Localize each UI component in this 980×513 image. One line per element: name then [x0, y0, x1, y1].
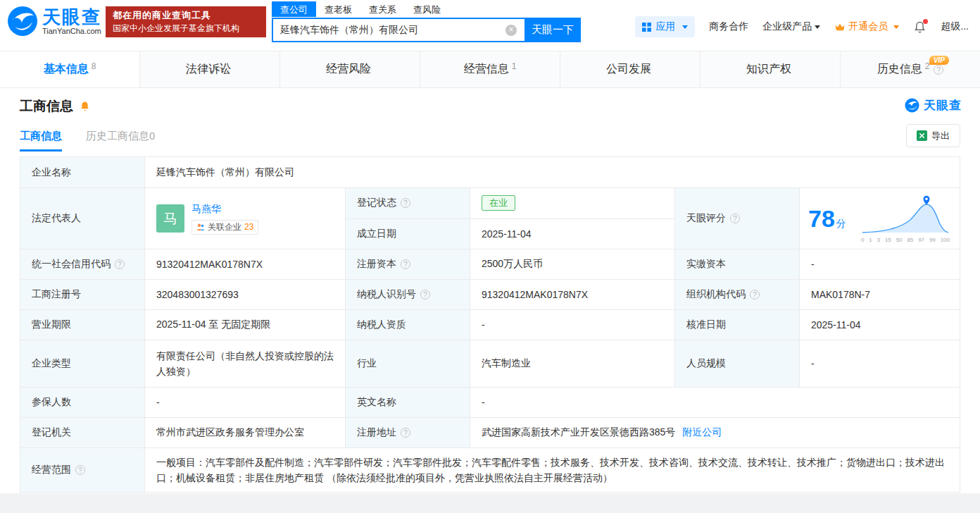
- search-tab-company[interactable]: 查公司: [272, 1, 316, 17]
- table-row: 统一社会信用代码 91320412MAK0178N7X 注册资本 2500万人民…: [20, 249, 960, 280]
- table-row: 登记机关 常州市武进区政务服务管理办公室 注册地址 武进国家高新技术产业开发区景…: [20, 418, 960, 448]
- help-icon[interactable]: [420, 290, 430, 299]
- caret-down-icon: [815, 25, 820, 29]
- paid-capital-label: 实缴资本: [675, 249, 800, 280]
- header: 天眼查 TianYanCha.com 都在用的商业查询工具 国家中小企业发展子基…: [0, 0, 980, 44]
- notification-bell[interactable]: [913, 20, 926, 34]
- brand-name: 天眼查: [42, 7, 101, 27]
- table-row: 经营范围 一般项目：汽车零部件及配件制造；汽车零部件研发；汽车零部件批发；汽车零…: [20, 448, 960, 492]
- related-count: 23: [244, 222, 253, 232]
- help-icon[interactable]: [934, 65, 943, 75]
- notification-dot: [923, 19, 928, 24]
- subtab-history-business-info[interactable]: 历史工商信息0: [86, 130, 155, 152]
- help-icon[interactable]: [115, 259, 125, 269]
- vip-badge: VIP: [929, 56, 949, 65]
- brand-domain: TianYanCha.com: [42, 27, 101, 35]
- search-tab-relation[interactable]: 查关系: [360, 1, 405, 17]
- section-header: 工商信息: [20, 97, 91, 116]
- taxpayer-quality-value: -: [470, 310, 675, 340]
- status-date-block: 登记状态 在业 成立日期 2025-11-04: [346, 188, 675, 249]
- taxpayer-quality-label: 纳税人资质: [346, 310, 470, 340]
- tab-operation-info[interactable]: 经营信息1: [420, 51, 560, 87]
- legal-rep-name-link[interactable]: 马燕华: [191, 203, 258, 216]
- tab-history-info[interactable]: VIP 历史信息2: [841, 51, 980, 87]
- search-tabs: 查公司 查老板 查关系 查风险: [272, 1, 581, 17]
- paid-capital-value: -: [800, 249, 960, 280]
- export-button[interactable]: 导出: [906, 124, 960, 147]
- app-grid-icon: [642, 23, 651, 32]
- tianyancha-logo[interactable]: 天眼查 TianYanCha.com: [7, 6, 101, 37]
- approval-date-value: 2025-11-04: [800, 310, 960, 340]
- reg-authority-value: 常州市武进区政务服务管理办公室: [145, 418, 346, 448]
- table-row: 企业类型 有限责任公司（非自然人投资或控股的法人独资） 行业 汽车制造业 人员规…: [20, 340, 960, 388]
- logo-icon: [905, 98, 919, 113]
- business-term-value: 2025-11-04 至 无固定期限: [145, 310, 346, 340]
- business-info-table: 企业名称 延锋汽车饰件（常州）有限公司 法定代表人 马 马燕华 关联企业 23: [20, 156, 960, 493]
- legal-rep-label: 法定代表人: [20, 188, 145, 249]
- reg-status-value: 在业: [470, 188, 674, 218]
- slogan-line1: 都在用的商业查询工具: [113, 8, 259, 22]
- table-row: 工商注册号 320483001327693 纳税人识别号 91320412MAK…: [20, 280, 960, 310]
- reg-status-label: 登记状态: [346, 188, 470, 218]
- company-type-value: 有限责任公司（非自然人投资或控股的法人独资）: [145, 340, 346, 388]
- legal-rep-avatar[interactable]: 马: [156, 204, 184, 233]
- page: 天眼查 TianYanCha.com 都在用的商业查询工具 国家中小企业发展子基…: [0, 0, 980, 513]
- company-tabs: 基本信息8 法律诉讼 经营风险 经营信息1 公司发展 知识产权 VIP 历史信息…: [0, 51, 980, 88]
- search-area: 查公司 查老板 查关系 查风险 天眼一下: [272, 1, 581, 42]
- score-label: 天眼评分: [675, 188, 800, 249]
- help-icon[interactable]: [401, 198, 410, 208]
- app-label: 应用: [655, 20, 675, 33]
- tab-legal-proceedings[interactable]: 法律诉讼: [140, 51, 280, 87]
- subtab-business-info[interactable]: 工商信息: [20, 130, 62, 152]
- company-name-value: 延锋汽车饰件（常州）有限公司: [145, 157, 960, 188]
- search-input[interactable]: [272, 18, 524, 42]
- alert-bell-icon[interactable]: [79, 101, 91, 113]
- tab-operation-risk[interactable]: 经营风险: [280, 51, 420, 87]
- slogan-banner: 都在用的商业查询工具 国家中小企业发展子基金旗下机构: [106, 6, 266, 37]
- related-company-icon: [196, 223, 205, 231]
- reg-authority-label: 登记机关: [20, 418, 145, 448]
- enterprise-products-menu[interactable]: 企业级产品: [762, 20, 820, 33]
- search-clear-icon[interactable]: [505, 25, 517, 36]
- search-tab-risk[interactable]: 查风险: [405, 1, 449, 17]
- crown-icon: [834, 23, 846, 32]
- help-icon[interactable]: [730, 214, 740, 223]
- reg-capital-label: 注册资本: [346, 249, 470, 280]
- score-axis: 01 315 5085 9799 100: [861, 237, 950, 243]
- reg-capital-value: 2500万人民币: [470, 249, 675, 280]
- help-icon[interactable]: [75, 465, 85, 475]
- nearby-companies-link[interactable]: 附近公司: [682, 426, 722, 439]
- industry-value: 汽车制造业: [470, 340, 675, 388]
- related-companies-tag[interactable]: 关联企业 23: [191, 220, 258, 235]
- business-cooperation-link[interactable]: 商务合作: [709, 20, 748, 33]
- help-icon[interactable]: [401, 428, 410, 438]
- reg-number-label: 工商注册号: [20, 280, 145, 310]
- tab-basic-info[interactable]: 基本信息8: [0, 51, 140, 87]
- caret-down-icon: [893, 25, 899, 29]
- business-scope-value: 一般项目：汽车零部件及配件制造；汽车零部件研发；汽车零部件批发；汽车零配件零售；…: [145, 448, 960, 492]
- insured-count-value: -: [145, 388, 346, 418]
- tab-intellectual-property[interactable]: 知识产权: [701, 51, 841, 87]
- insured-count-label: 参保人数: [20, 388, 145, 418]
- reg-number-value: 320483001327693: [145, 280, 346, 310]
- open-vip-menu[interactable]: 开通会员: [834, 20, 899, 33]
- table-row: 营业期限 2025-11-04 至 无固定期限 纳税人资质 - 核准日期 202…: [20, 310, 960, 340]
- score-number: 78分: [808, 206, 846, 230]
- help-icon[interactable]: [750, 290, 760, 299]
- company-name-label: 企业名称: [20, 157, 145, 188]
- caret-down-icon: [682, 25, 688, 29]
- help-icon[interactable]: [401, 259, 410, 269]
- app-menu[interactable]: 应用: [635, 16, 695, 37]
- section-watermark-logo: 天眼查: [905, 97, 962, 113]
- tab-company-development[interactable]: 公司发展: [560, 51, 701, 87]
- search-tab-boss[interactable]: 查老板: [316, 1, 360, 17]
- score-chart: 01 315 5085 9799 100: [861, 194, 951, 243]
- subtabs: 工商信息 历史工商信息0: [20, 130, 155, 152]
- super-vip-link[interactable]: 超级...: [941, 20, 969, 33]
- business-scope-label: 经营范围: [20, 448, 145, 492]
- logo-icon: [7, 6, 38, 37]
- company-type-label: 企业类型: [20, 340, 145, 388]
- credit-code-value: 91320412MAK0178N7X: [145, 249, 346, 280]
- search-button[interactable]: 天眼一下: [524, 18, 581, 42]
- industry-label: 行业: [346, 340, 470, 388]
